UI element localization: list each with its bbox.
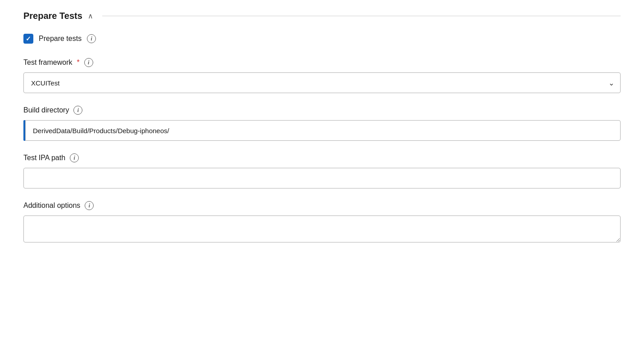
prepare-tests-label: Prepare tests [39, 35, 82, 43]
prepare-tests-info-icon[interactable]: i [87, 34, 96, 43]
build-directory-info-icon[interactable]: i [73, 106, 82, 115]
test-ipa-path-group: Test IPA path i [23, 153, 621, 188]
section-divider [102, 16, 621, 16]
test-framework-label-row: Test framework * i [23, 58, 621, 67]
test-ipa-path-input[interactable] [23, 168, 621, 188]
build-directory-input[interactable] [25, 120, 621, 141]
section-header: Prepare Tests ∧ [23, 11, 621, 21]
additional-options-group: Additional options i [23, 201, 621, 244]
test-framework-group: Test framework * i XCUITest XCTest Appiu… [23, 58, 621, 93]
additional-options-info-icon[interactable]: i [85, 201, 94, 210]
test-framework-info-icon[interactable]: i [84, 58, 93, 67]
prepare-tests-checkbox[interactable] [23, 34, 33, 44]
build-directory-input-wrapper [23, 120, 621, 141]
prepare-tests-row: Prepare tests i [23, 34, 621, 44]
test-ipa-path-label: Test IPA path [23, 154, 65, 162]
build-directory-group: Build directory i [23, 106, 621, 141]
section-collapse-icon[interactable]: ∧ [88, 12, 93, 20]
test-framework-select-wrapper: XCUITest XCTest Appium ⌄ [23, 72, 621, 93]
test-framework-required: * [77, 58, 79, 67]
additional-options-label-row: Additional options i [23, 201, 621, 210]
section-title: Prepare Tests [23, 11, 82, 21]
test-framework-select[interactable]: XCUITest XCTest Appium [23, 72, 621, 93]
test-framework-label: Test framework [23, 58, 72, 67]
build-directory-label-row: Build directory i [23, 106, 621, 115]
additional-options-input[interactable] [23, 215, 621, 242]
additional-options-label: Additional options [23, 202, 80, 210]
test-ipa-path-info-icon[interactable]: i [70, 153, 79, 162]
build-directory-label: Build directory [23, 106, 69, 114]
test-ipa-path-label-row: Test IPA path i [23, 153, 621, 162]
